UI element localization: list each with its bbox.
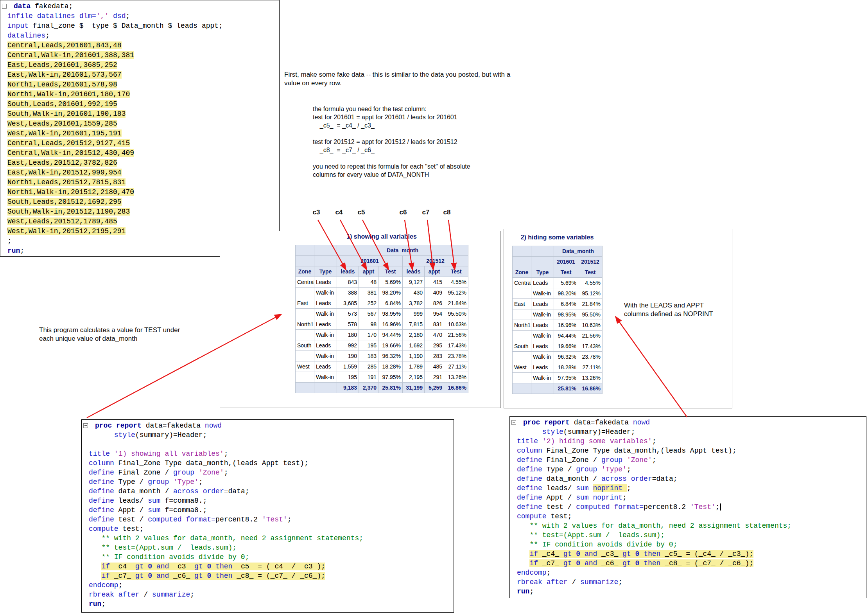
measure-header: appt (425, 266, 444, 277)
measure-header: Test (578, 267, 603, 278)
value-cell: 19.66% (378, 340, 403, 351)
value-cell: 18.28% (378, 361, 403, 372)
value-cell: 94.44% (554, 331, 578, 341)
code-token: final_zone $ type $ Data_month $ leads a… (29, 22, 223, 30)
table1-title: 1) showing all variables (295, 233, 468, 240)
code-token: endcomp (517, 569, 547, 577)
code-token: group (173, 469, 194, 476)
code-token (627, 475, 631, 483)
code-fold-icon[interactable] (83, 423, 88, 428)
value-cell: 98.20% (378, 288, 403, 298)
code-line: endcomp; (82, 581, 454, 590)
table-row: Walk-in38838198.20%43040995.12% (296, 288, 468, 298)
code-token (580, 550, 585, 558)
value-cell: 252 (359, 298, 378, 309)
table-row: Walk-in18017094.44%2,18047021.56% (296, 330, 468, 340)
report2-code-editor[interactable]: proc report data=fakedata nowd style(sum… (510, 418, 866, 596)
code-line: North1,Walk-in,201512,2180,470 (0, 187, 279, 197)
code-line: define Final_Zone / group 'Zone'; (510, 455, 866, 465)
code-token: ; (287, 516, 292, 523)
code-line: compute test; (82, 524, 454, 534)
code-line: rbreak after / summarize; (510, 577, 866, 587)
code-token: data_month / (542, 475, 601, 483)
code-token (89, 572, 101, 580)
datastep-code-editor[interactable]: data fakedata;infile datalines dlm=',' d… (0, 2, 279, 256)
code-line: define data_month / across order=data; (82, 487, 454, 496)
code-token: define (517, 494, 542, 502)
value-cell: 283 (425, 351, 444, 361)
code-token: 0 (148, 563, 152, 570)
value-cell: 5.69% (554, 278, 578, 288)
code-token (203, 563, 207, 570)
code-token: infile (7, 12, 33, 20)
value-cell: 95.50% (444, 309, 468, 319)
value-cell: 23.78% (578, 352, 603, 362)
code-token: run (89, 600, 101, 608)
text-cursor-icon (720, 503, 721, 511)
value-cell: 992 (337, 340, 359, 351)
value-cell: 21.84% (444, 298, 468, 309)
code-token: define (517, 475, 542, 483)
code-line: Central,Walk-in,201601,388,381 (0, 50, 279, 60)
header-blank (296, 256, 314, 266)
code-token: gt (563, 559, 572, 567)
report1-code-editor[interactable]: proc report data=fakedata nowd style(sum… (82, 421, 454, 609)
code-token (194, 469, 199, 476)
type-cell: Leads (314, 319, 337, 330)
code-token: _c3_ (169, 563, 194, 570)
header-blank (531, 246, 554, 257)
summary-blank (296, 383, 314, 393)
code-token: if (101, 572, 110, 580)
code-token: 0 (207, 572, 212, 580)
code-token: title (517, 437, 538, 445)
code-line: East,Leads,201601,3685,252 (0, 60, 279, 70)
code-token: ; (652, 437, 656, 445)
code-line: West,Leads,201512,1789,485 (0, 217, 279, 227)
value-cell: 285 (359, 361, 378, 372)
code-fold-icon[interactable] (511, 420, 516, 425)
code-token: after (547, 578, 568, 586)
code-line: Central,Leads,201601,843,48 (0, 41, 279, 50)
code-token: ** test=(Appt.sum / leads.sum); (517, 531, 665, 539)
value-cell: 999 (403, 309, 425, 319)
report2-code-window: proc report data=fakedata nowd style(sum… (509, 416, 866, 598)
table-row: Walk-in98.95%95.50% (513, 309, 603, 320)
code-fold-icon[interactable] (2, 4, 7, 9)
code-token: sum (148, 506, 160, 514)
measure-header: Test (444, 266, 468, 277)
code-token: ** with 2 values for data_month, need 2 … (89, 534, 363, 542)
code-token: West,Leads,201601,1559,285 (7, 120, 117, 128)
value-cell: 180 (337, 330, 359, 340)
value-cell: 17.43% (578, 341, 603, 352)
code-token: (summary)=Header; (135, 431, 207, 439)
value-cell: 7,815 (403, 319, 425, 330)
sas-tutorial-page: data fakedata;infile datalines dlm=',' d… (0, 0, 868, 613)
value-cell: 470 (425, 330, 444, 340)
value-cell: 96.32% (378, 351, 403, 361)
column-label-c5: _c5_ (354, 209, 369, 216)
code-token: 0 (207, 563, 212, 570)
value-cell: 1,789 (403, 361, 425, 372)
intro-annotation: First, make some fake data -- this is si… (284, 70, 558, 88)
code-line: infile datalines dlm=',' dsd; (0, 11, 279, 21)
table-row: North1Leads5789816.96%7,81583110.63% (296, 319, 468, 330)
code-token: Appt / (114, 506, 148, 514)
month-header: 201601 (554, 257, 578, 267)
code-token: ; (547, 569, 551, 577)
code-token (211, 572, 215, 580)
code-token: ; (652, 456, 656, 464)
code-token (572, 559, 576, 567)
zone-cell (513, 352, 531, 362)
formula-annotation: the formula you need for the test column… (313, 105, 540, 179)
header-blank (513, 246, 531, 257)
summary-value: 16.86% (578, 383, 603, 394)
table-row: North1Leads16.96%10.63% (513, 320, 603, 331)
code-token: column (89, 459, 114, 467)
code-token: ; (224, 450, 228, 458)
summary-value: 9,183 (337, 383, 359, 393)
column-label-c6: _c6_ (396, 209, 411, 216)
code-token: West,Leads,201512,1789,485 (7, 218, 117, 225)
code-line: run; (82, 599, 454, 609)
program-purpose-annotation: This program calculates a value for TEST… (39, 326, 211, 343)
code-token: Final_Zone / (542, 456, 601, 464)
